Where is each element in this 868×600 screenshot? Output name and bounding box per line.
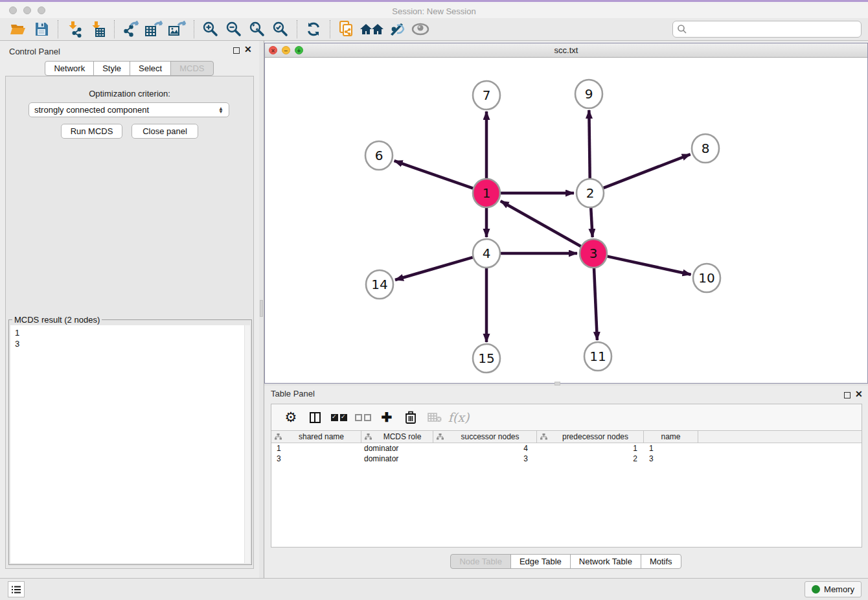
svg-text:7: 7 <box>483 87 491 103</box>
create-column-icon[interactable]: ✚ <box>378 408 396 426</box>
edge-2-9[interactable] <box>589 110 589 179</box>
splitter-handle[interactable] <box>260 300 263 317</box>
memory-button[interactable]: Memory <box>805 581 862 597</box>
node-15[interactable]: 15 <box>473 344 500 373</box>
network-canvas[interactable]: 7968124314101511 <box>265 58 867 383</box>
delete-column-icon[interactable] <box>402 408 420 426</box>
float-panel-icon[interactable] <box>844 392 851 398</box>
tab-edge-table[interactable]: Edge Table <box>510 554 571 569</box>
zoom-selected-icon[interactable] <box>269 19 292 39</box>
refresh-view-icon[interactable] <box>302 19 325 39</box>
export-table-icon[interactable] <box>143 19 166 39</box>
close-panel-icon[interactable]: ✕ <box>855 389 863 399</box>
mcds-result-scrollbar[interactable] <box>244 325 250 563</box>
node-8[interactable]: 8 <box>692 134 719 163</box>
edge-2-8[interactable] <box>604 154 691 188</box>
search-field[interactable] <box>672 21 862 38</box>
node-4[interactable]: 4 <box>473 239 500 268</box>
svg-text:4: 4 <box>483 246 491 261</box>
tab-motifs[interactable]: Motifs <box>641 554 681 569</box>
mcds-result-text[interactable]: 1 3 <box>10 325 250 563</box>
first-neighbors-icon[interactable] <box>358 19 385 39</box>
cell-MCDS-role[interactable]: dominator <box>361 443 433 454</box>
float-panel-icon[interactable] <box>233 47 240 54</box>
unselect-all-columns-icon[interactable] <box>354 408 372 426</box>
column-header-shared-name[interactable]: shared name <box>271 431 361 443</box>
export-image-icon[interactable] <box>166 19 189 39</box>
optimization-criterion-label: Optimization criterion: <box>0 89 259 98</box>
zoom-out-icon[interactable] <box>222 19 246 39</box>
tab-network[interactable]: Network <box>45 61 94 76</box>
close-panel-button[interactable]: Close panel <box>131 124 198 139</box>
column-header-predecessor-nodes[interactable]: predecessor nodes <box>537 431 644 443</box>
network-window-titlebar[interactable]: × − + scc.txt <box>265 43 867 58</box>
table-panel-title: Table Panel <box>271 389 315 398</box>
toolbar-separator <box>330 20 330 38</box>
edge-1-6[interactable] <box>394 161 474 188</box>
criterion-select[interactable]: strongly connected component ▲▼ <box>29 102 229 117</box>
import-network-icon[interactable] <box>63 19 86 39</box>
node-9[interactable]: 9 <box>575 80 602 108</box>
zoom-in-icon[interactable] <box>199 19 222 39</box>
table-header-row: shared nameMCDS rolesuccessor nodesprede… <box>271 431 862 443</box>
node-10[interactable]: 10 <box>693 264 720 292</box>
column-header-MCDS-role[interactable]: MCDS role <box>361 431 433 443</box>
close-panel-icon[interactable]: ✕ <box>244 44 252 54</box>
run-mcds-button[interactable]: Run MCDS <box>61 124 122 139</box>
edge-4-14[interactable] <box>395 257 473 280</box>
node-6[interactable]: 6 <box>365 141 393 170</box>
cell-predecessor-nodes[interactable]: 1 <box>537 443 644 454</box>
delete-table-icon <box>426 408 444 426</box>
node-3[interactable]: 3 <box>580 239 607 268</box>
tab-node-table[interactable]: Node Table <box>450 554 511 569</box>
panel-splitter-vertical[interactable] <box>259 41 264 578</box>
column-header-name[interactable]: name <box>644 431 698 443</box>
hide-graphics-details-icon[interactable] <box>385 19 409 39</box>
node-14[interactable]: 14 <box>366 270 393 299</box>
search-input[interactable] <box>687 23 861 36</box>
import-table-icon[interactable] <box>86 19 109 39</box>
task-history-button[interactable] <box>8 581 25 597</box>
node-2[interactable]: 2 <box>577 179 604 207</box>
cell-name[interactable]: 1 <box>644 443 698 454</box>
app-titlebar: Session: New Session <box>0 2 868 18</box>
table-row[interactable]: 1dominator411 <box>271 443 862 454</box>
toolbar-separator <box>194 20 194 38</box>
cell-successor-nodes[interactable]: 3 <box>433 454 537 464</box>
mcds-result-groupbox: MCDS result (2 nodes) 1 3 <box>8 319 252 565</box>
select-all-columns-icon[interactable] <box>330 408 348 426</box>
node-1[interactable]: 1 <box>473 179 500 207</box>
window-title: Session: New Session <box>0 6 868 16</box>
edge-3-11[interactable] <box>594 268 597 340</box>
svg-text:2: 2 <box>586 185 595 201</box>
open-session-icon[interactable] <box>6 19 30 39</box>
edge-2-3[interactable] <box>591 207 592 237</box>
zoom-fit-icon[interactable] <box>246 19 269 39</box>
birds-eye-view-icon[interactable] <box>409 19 432 39</box>
svg-text:14: 14 <box>371 277 387 292</box>
cell-predecessor-nodes[interactable]: 2 <box>537 454 644 464</box>
show-column-icon[interactable] <box>306 408 324 426</box>
table-panel-tabs: Node TableEdge TableNetwork TableMotifs <box>264 554 868 569</box>
cell-MCDS-role[interactable]: dominator <box>361 454 433 464</box>
cell-shared-name[interactable]: 3 <box>271 454 361 464</box>
svg-text:15: 15 <box>478 351 494 366</box>
edge-3-10[interactable] <box>607 257 691 275</box>
toolbar-separator <box>58 20 58 38</box>
table-row[interactable]: 3dominator323 <box>271 454 862 464</box>
tab-select[interactable]: Select <box>130 61 171 76</box>
tab-mcds[interactable]: MCDS <box>170 61 213 76</box>
export-network-icon[interactable] <box>119 19 143 39</box>
tab-style[interactable]: Style <box>93 61 130 76</box>
edge-3-1[interactable] <box>501 201 581 246</box>
cell-successor-nodes[interactable]: 4 <box>433 443 537 454</box>
cell-shared-name[interactable]: 1 <box>271 443 361 454</box>
duplicate-network-icon[interactable] <box>335 19 358 39</box>
column-header-successor-nodes[interactable]: successor nodes <box>433 431 537 443</box>
tab-network-table[interactable]: Network Table <box>570 554 641 569</box>
table-options-gear-icon[interactable]: ⚙ <box>282 408 300 426</box>
cell-name[interactable]: 3 <box>644 454 698 464</box>
node-7[interactable]: 7 <box>473 81 500 110</box>
save-session-icon[interactable] <box>30 19 53 39</box>
node-11[interactable]: 11 <box>584 342 611 371</box>
